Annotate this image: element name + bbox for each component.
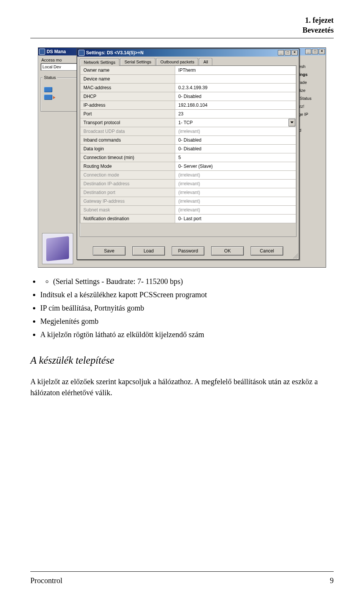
device-thumbnail — [42, 233, 73, 264]
list-item: Indítsuk el a készülékhez kapott PCSScre… — [40, 289, 334, 300]
chapter-number: 1. fejezet — [30, 15, 334, 25]
bullet-list: (Serial Settings - Baudrate: 7- 115200 b… — [40, 276, 334, 340]
list-item: (Serial Settings - Baudrate: 7- 115200 b… — [40, 276, 334, 287]
body-text: (Serial Settings - Baudrate: 7- 115200 b… — [30, 276, 334, 398]
setting-value[interactable]: 0- Disabled — [175, 145, 296, 153]
device-icon[interactable] — [44, 87, 52, 92]
setting-key: Connection mode — [80, 171, 175, 180]
list-item: Megjelenítés gomb — [40, 316, 334, 327]
setting-key: IP-address — [80, 101, 175, 110]
setting-key: Routing Mode — [80, 162, 175, 171]
setting-value[interactable]: 192.168.0.104 — [175, 101, 296, 110]
tabs: Network Settings Serial Settings Outboun… — [80, 58, 297, 65]
setting-key: Owner name — [80, 66, 175, 75]
setting-value[interactable]: 0.2.3.4.199.39 — [175, 84, 296, 92]
setting-key: Connection timeout (min) — [80, 153, 175, 162]
status-label: Status — [42, 75, 57, 80]
setting-value[interactable]: 1- TCP — [175, 118, 296, 127]
dialog-title: Settings: DS <V3.14(S)>+N — [86, 50, 144, 55]
page-footer: Procontrol 9 — [30, 576, 334, 585]
tab-serial-settings[interactable]: Serial Settings — [120, 58, 155, 65]
dialog-icon — [78, 50, 85, 56]
device-icon[interactable] — [44, 95, 52, 100]
setting-key: MAC-address — [80, 84, 175, 92]
setting-value[interactable]: 0- Disabled — [175, 92, 296, 101]
setting-value[interactable]: (irrelevant) — [175, 206, 296, 214]
footer-divider — [30, 571, 334, 572]
ok-button[interactable]: OK — [211, 246, 244, 255]
maximize-button[interactable]: □ — [312, 49, 318, 54]
save-button[interactable]: Save — [93, 246, 126, 255]
tab-outbound-packets[interactable]: Outbound packets — [156, 58, 198, 65]
setting-value[interactable]: (irrelevant) — [175, 188, 296, 197]
list-item: A kijelzőn rögtön látható az elküldött k… — [40, 329, 334, 340]
load-button[interactable]: Load — [132, 246, 165, 255]
resize-grip-icon[interactable] — [293, 253, 298, 259]
app-icon — [39, 49, 45, 55]
footer-left: Procontrol — [30, 576, 62, 585]
cancel-button[interactable]: Cancel — [251, 246, 283, 255]
setting-value[interactable]: (irrelevant) — [175, 127, 296, 136]
setting-value[interactable]: 5 — [175, 153, 296, 162]
sub-list-item: (Serial Settings - Baudrate: 7- 115200 b… — [53, 276, 334, 287]
setting-value[interactable]: 0- Disabled — [175, 136, 296, 145]
setting-key: Data login — [80, 145, 175, 153]
dialog-close-button[interactable]: × — [292, 50, 298, 55]
tab-network-settings[interactable]: Network Settings — [80, 58, 119, 66]
setting-key: Subnet mask — [80, 206, 175, 214]
setting-value[interactable]: 0- Last port — [175, 214, 296, 223]
outer-window-title: DS Mana — [47, 49, 66, 54]
setting-value[interactable]: (irrelevant) — [175, 197, 296, 206]
minimize-button[interactable]: _ — [305, 49, 311, 54]
setting-key: DHCP — [80, 92, 175, 101]
setting-value[interactable]: (irrelevant) — [175, 180, 296, 188]
setting-value[interactable]: 0- Server (Slave) — [175, 162, 296, 171]
section-heading: A készülék telepítése — [30, 353, 334, 368]
dropdown-icon[interactable] — [289, 119, 295, 126]
settings-dialog: Settings: DS <V3.14(S)>+N _ □ × Network … — [77, 48, 300, 260]
page-header: 1. fejezet Bevezetés — [30, 15, 334, 35]
settings-grid: Owner nameIPThermDevice nameMAC-address0… — [80, 65, 297, 237]
embedded-screenshot: DS Mana _ □ × Access mo Local Dev Status — [30, 47, 334, 268]
footer-page-number: 9 — [330, 576, 334, 585]
list-item: IP cím beállítása, Portnyitás gomb — [40, 303, 334, 314]
dialog-button-row: Save Load Password OK Cancel — [77, 246, 299, 255]
header-divider — [30, 38, 334, 38]
tab-all[interactable]: All — [199, 58, 212, 65]
setting-value[interactable]: (irrelevant) — [175, 171, 296, 180]
setting-key: Gateway IP-address — [80, 197, 175, 206]
setting-value[interactable] — [175, 75, 296, 84]
setting-key: Destination port — [80, 188, 175, 197]
setting-key: Transport protocol — [80, 118, 175, 127]
setting-key: Device name — [80, 75, 175, 84]
dialog-minimize-button[interactable]: _ — [278, 50, 284, 55]
dialog-maximize-button[interactable]: □ — [285, 50, 291, 55]
password-button[interactable]: Password — [172, 246, 204, 255]
setting-key: Port — [80, 110, 175, 118]
chapter-title: Bevezetés — [30, 25, 334, 35]
setting-value[interactable]: 23 — [175, 110, 296, 118]
paragraph: A kijelzőt az előzőek szerint kapcsoljuk… — [30, 376, 334, 398]
close-button[interactable]: × — [319, 49, 325, 54]
setting-key: Destination IP-address — [80, 180, 175, 188]
setting-key: Broadcast UDP data — [80, 127, 175, 136]
setting-key: Notification destination — [80, 214, 175, 223]
setting-key: Inband commands — [80, 136, 175, 145]
setting-value[interactable]: IPTherm — [175, 66, 296, 75]
